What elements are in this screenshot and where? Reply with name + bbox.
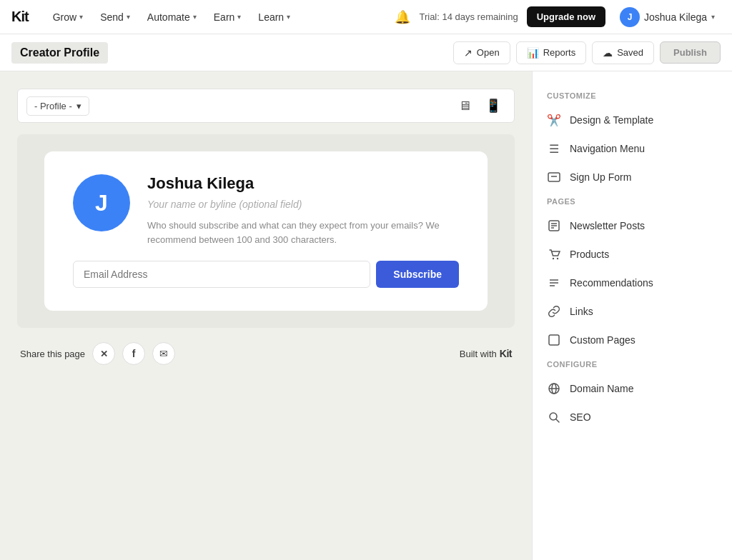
share-left: Share this page ✕ f ✉	[20, 342, 175, 365]
notification-bell-icon[interactable]: 🔔	[395, 9, 410, 25]
chevron-down-icon: ▾	[237, 13, 241, 21]
nav-item-grow[interactable]: Grow ▾	[46, 7, 90, 27]
preview-wrapper: J Joshua Kilega Your name or byline (opt…	[17, 134, 515, 328]
sub-navigation: Creator Profile ↗ Open 📊 Reports ☁ Saved…	[0, 34, 732, 71]
nav-item-learn[interactable]: Learn ▾	[251, 7, 297, 27]
nav-item-send[interactable]: Send ▾	[93, 7, 137, 27]
profile-info: Joshua Kilega Your name or byline (optio…	[147, 174, 459, 246]
share-twitter-button[interactable]: ✕	[92, 342, 115, 365]
share-label: Share this page	[20, 349, 85, 359]
sidebar-item-newsletter-posts[interactable]: Newsletter Posts	[533, 211, 732, 240]
facebook-icon: f	[132, 348, 136, 359]
chevron-down-icon: ▾	[711, 13, 715, 21]
user-menu[interactable]: J Joshua Kilega ▾	[614, 4, 721, 30]
navigation-menu-icon: ☰	[547, 141, 561, 156]
sidebar-item-recommendations[interactable]: Recommendations	[533, 269, 732, 297]
chevron-down-icon: ▾	[76, 101, 81, 111]
built-with: Built with Kit	[460, 348, 512, 359]
sidebar-item-navigation-menu[interactable]: ☰ Navigation Menu	[533, 134, 732, 163]
links-icon	[547, 304, 561, 319]
products-icon	[547, 247, 561, 261]
content-area: - Profile - ▾ 🖥 📱 J Joshua Kilega Yo	[0, 71, 532, 560]
mobile-view-button[interactable]: 📱	[481, 95, 505, 116]
page-toolbar: - Profile - ▾ 🖥 📱	[17, 89, 515, 123]
profile-name: Joshua Kilega	[147, 174, 459, 193]
kit-logo[interactable]: Kit	[11, 9, 29, 25]
upgrade-button[interactable]: Upgrade now	[527, 6, 605, 27]
configure-section-label: Configure	[533, 360, 732, 374]
profile-description: Who should subscribe and what can they e…	[147, 219, 459, 246]
chevron-down-icon: ▾	[79, 13, 83, 21]
subscribe-form: Subscribe	[73, 261, 459, 288]
email-input[interactable]	[73, 261, 370, 288]
share-bar: Share this page ✕ f ✉ Built with Kit	[17, 342, 515, 365]
main-layout: - Profile - ▾ 🖥 📱 J Joshua Kilega Yo	[0, 71, 732, 560]
chevron-down-icon: ▾	[193, 13, 197, 21]
email-icon: ✉	[159, 348, 168, 359]
domain-name-icon	[547, 381, 561, 396]
profile-selector-dropdown[interactable]: - Profile - ▾	[26, 96, 89, 116]
open-arrow-icon: ↗	[464, 47, 473, 59]
chevron-down-icon: ▾	[127, 13, 130, 21]
sidebar-item-custom-pages[interactable]: Custom Pages	[533, 326, 732, 354]
nav-items: Grow ▾ Send ▾ Automate ▾ Earn ▾ Learn ▾	[46, 7, 395, 27]
reports-chart-icon: 📊	[527, 47, 539, 59]
sidebar-item-design-template[interactable]: ✂️ Design & Template	[533, 106, 732, 134]
svg-rect-0	[548, 173, 560, 181]
user-name: Joshua Kilega	[644, 11, 707, 23]
subscribe-button[interactable]: Subscribe	[376, 261, 459, 288]
nav-item-earn[interactable]: Earn ▾	[207, 7, 249, 27]
pages-section-label: Pages	[533, 197, 732, 211]
profile-header: J Joshua Kilega Your name or byline (opt…	[73, 174, 459, 246]
sidebar-item-domain-name[interactable]: Domain Name	[533, 374, 732, 403]
desktop-view-button[interactable]: 🖥	[454, 95, 475, 116]
avatar: J	[73, 174, 130, 231]
custom-pages-icon	[547, 333, 561, 347]
newsletter-posts-icon	[547, 219, 561, 233]
trial-text: Trial: 14 days remaining	[419, 11, 518, 22]
twitter-x-icon: ✕	[100, 349, 108, 359]
share-facebook-button[interactable]: f	[122, 342, 145, 365]
svg-rect-11	[549, 335, 559, 345]
sub-nav-actions: ↗ Open 📊 Reports ☁ Saved Publish	[453, 41, 721, 64]
share-email-button[interactable]: ✉	[152, 342, 175, 365]
sidebar: Customize ✂️ Design & Template ☰ Navigat…	[532, 71, 732, 560]
open-button[interactable]: ↗ Open	[453, 41, 510, 64]
profile-byline: Your name or byline (optional field)	[147, 199, 459, 210]
design-template-icon: ✂️	[547, 113, 561, 127]
nav-item-automate[interactable]: Automate ▾	[140, 7, 204, 27]
profile-card: J Joshua Kilega Your name or byline (opt…	[44, 151, 488, 311]
svg-point-6	[553, 258, 554, 259]
view-toggles: 🖥 📱	[454, 95, 505, 116]
customize-section-label: Customize	[533, 91, 732, 106]
mobile-icon: 📱	[485, 99, 501, 113]
breadcrumb: Creator Profile	[11, 42, 108, 64]
svg-point-7	[557, 258, 558, 259]
sidebar-item-signup-form[interactable]: Sign Up Form	[533, 163, 732, 191]
seo-icon	[547, 410, 561, 424]
user-avatar: J	[620, 7, 640, 27]
reports-button[interactable]: 📊 Reports	[516, 41, 587, 64]
publish-button[interactable]: Publish	[660, 41, 721, 64]
top-navigation: Kit Grow ▾ Send ▾ Automate ▾ Earn ▾ Lear…	[0, 0, 732, 34]
saved-button[interactable]: ☁ Saved	[592, 41, 654, 64]
svg-line-16	[556, 419, 559, 422]
recommendations-icon	[547, 276, 561, 290]
nav-right: 🔔 Trial: 14 days remaining Upgrade now J…	[395, 4, 721, 30]
signup-form-icon	[547, 170, 561, 184]
kit-built-logo: Kit	[500, 348, 512, 359]
sidebar-item-seo[interactable]: SEO	[533, 403, 732, 431]
sidebar-item-products[interactable]: Products	[533, 240, 732, 269]
desktop-icon: 🖥	[458, 99, 471, 113]
sidebar-item-links[interactable]: Links	[533, 297, 732, 326]
cloud-save-icon: ☁	[603, 47, 613, 59]
chevron-down-icon: ▾	[287, 13, 290, 21]
